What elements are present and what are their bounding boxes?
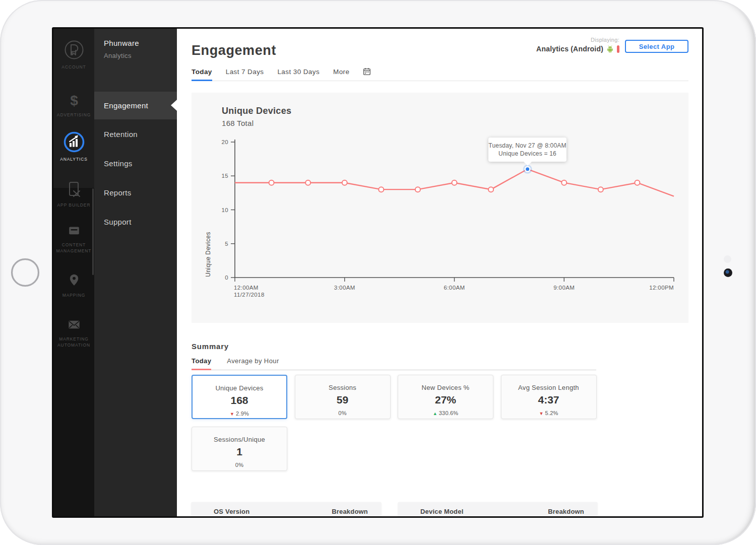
svg-text:20: 20	[221, 139, 228, 145]
select-app-button[interactable]: Select App	[625, 40, 688, 53]
card-new-devices-pct[interactable]: New Devices % 27% ▲330.6%	[398, 375, 493, 419]
svg-text:11/27/2018: 11/27/2018	[234, 292, 265, 298]
sidebar-header	[94, 29, 177, 92]
svg-text:12:00AM: 12:00AM	[234, 285, 259, 291]
device-model-header: Device Model	[420, 508, 464, 515]
date-range-tabs: Today Last 7 Days Last 30 Days More	[192, 67, 688, 81]
delta-direction-icon: ▲	[433, 411, 437, 416]
marketing-automation-icon	[65, 315, 83, 333]
svg-text:$: $	[70, 93, 78, 108]
sidebar-item-retention[interactable]: Retention	[104, 129, 138, 140]
svg-text:6:00AM: 6:00AM	[444, 285, 465, 291]
summary-tab-today[interactable]: Today	[192, 357, 211, 365]
tooltip-value: Unique Devices = 16	[488, 150, 566, 158]
displaying-info: Displaying: Analytics (Android)	[536, 37, 619, 53]
svg-text:0: 0	[225, 275, 228, 281]
product-name: Analytics	[104, 52, 132, 59]
chart-tooltip: Tuesday, Nov 27 @ 8:00AM Unique Devices …	[488, 138, 566, 162]
summary-tabs: Today Average by Hour	[192, 357, 596, 370]
delta-direction-icon: ▼	[230, 412, 234, 417]
app-builder-icon	[64, 179, 84, 199]
rail-item-content-management[interactable]: CONTENT MANAGEMENT	[53, 221, 94, 254]
delta-direction-icon: ▼	[539, 411, 544, 416]
unique-devices-chart-panel: Unique Devices 168 Total Unique Devices …	[192, 93, 688, 323]
svg-text:15: 15	[221, 173, 228, 179]
tab-today[interactable]: Today	[192, 68, 212, 76]
red-indicator-icon	[617, 45, 619, 53]
card-unique-devices[interactable]: Unique Devices 168 ▼2.9%	[192, 375, 287, 419]
svg-text:5: 5	[225, 241, 228, 247]
front-camera-icon	[724, 268, 732, 277]
sidebar-item-engagement[interactable]: Engagement	[94, 92, 177, 119]
page-title: Engagement	[192, 43, 276, 58]
summary-title: Summary	[192, 342, 229, 351]
os-version-header: OS Version	[214, 508, 249, 515]
displaying-label: Displaying:	[536, 37, 619, 43]
main-content: Engagement Displaying: Analytics (Androi…	[177, 29, 702, 516]
current-app-name: Analytics (Android)	[536, 45, 603, 53]
tooltip-date: Tuesday, Nov 27 @ 8:00AM	[488, 142, 566, 150]
sidebar-item-settings[interactable]: Settings	[104, 159, 133, 169]
active-item-notch	[171, 100, 177, 111]
svg-text:12:00PM: 12:00PM	[649, 285, 674, 291]
card-sessions-per-unique[interactable]: Sessions/Unique 1 0%	[192, 427, 287, 471]
dollar-icon: $	[65, 91, 83, 109]
tablet-bezel: ACCOUNT $ ADVERTISING ANALYTICS	[0, 0, 756, 545]
summary-cards-row-1: Unique Devices 168 ▼2.9% Sessions 59 0% …	[192, 375, 597, 419]
svg-text:10: 10	[221, 207, 228, 213]
engagement-line-chart[interactable]: 0510152012:00AM11/27/20183:00AM6:00AM9:0…	[192, 93, 688, 323]
rail-item-marketing-automation[interactable]: MARKETING AUTOMATION	[53, 315, 94, 349]
ambient-sensor	[724, 255, 731, 263]
tab-last-30-days[interactable]: Last 30 Days	[277, 68, 320, 76]
sidebar-item-support[interactable]: Support	[104, 217, 132, 227]
app-window: ACCOUNT $ ADVERTISING ANALYTICS	[52, 27, 704, 518]
card-avg-session-length[interactable]: Avg Session Length 4:37 ▼5.2%	[501, 375, 597, 419]
home-button[interactable]	[11, 258, 39, 287]
module-rail: ACCOUNT $ ADVERTISING ANALYTICS	[53, 29, 94, 516]
calendar-icon[interactable]	[363, 67, 371, 76]
rail-item-analytics[interactable]: ANALYTICS	[53, 130, 94, 162]
device-breakdown-header: Breakdown	[548, 508, 584, 515]
mapping-icon	[65, 271, 83, 290]
summary-cards-row-2: Sessions/Unique 1 0%	[192, 427, 287, 471]
analytics-icon	[62, 130, 86, 154]
rail-item-account[interactable]: ACCOUNT	[53, 38, 94, 70]
android-icon	[606, 45, 614, 53]
card-sessions[interactable]: Sessions 59 0%	[295, 375, 391, 419]
rail-item-app-builder[interactable]: APP BUILDER	[53, 179, 94, 208]
sidebar-item-reports[interactable]: Reports	[104, 188, 132, 198]
analytics-sidebar: Phunware Analytics Engagement Retention …	[94, 29, 177, 516]
tab-more[interactable]: More	[333, 68, 349, 76]
content-management-icon	[65, 221, 83, 239]
rail-item-mapping[interactable]: MAPPING	[53, 271, 94, 298]
svg-text:3:00AM: 3:00AM	[334, 285, 355, 291]
os-breakdown-header: Breakdown	[332, 508, 368, 515]
phunware-logo-icon	[62, 38, 86, 61]
os-version-table-header: OS Version Breakdown	[192, 502, 381, 518]
svg-text:9:00AM: 9:00AM	[553, 285, 575, 291]
rail-item-advertising[interactable]: $ ADVERTISING	[53, 91, 94, 118]
tab-last-7-days[interactable]: Last 7 Days	[226, 68, 264, 76]
device-model-table-header: Device Model Breakdown	[398, 502, 597, 518]
org-name: Phunware	[104, 39, 139, 47]
summary-tab-average-by-hour[interactable]: Average by Hour	[227, 357, 279, 365]
